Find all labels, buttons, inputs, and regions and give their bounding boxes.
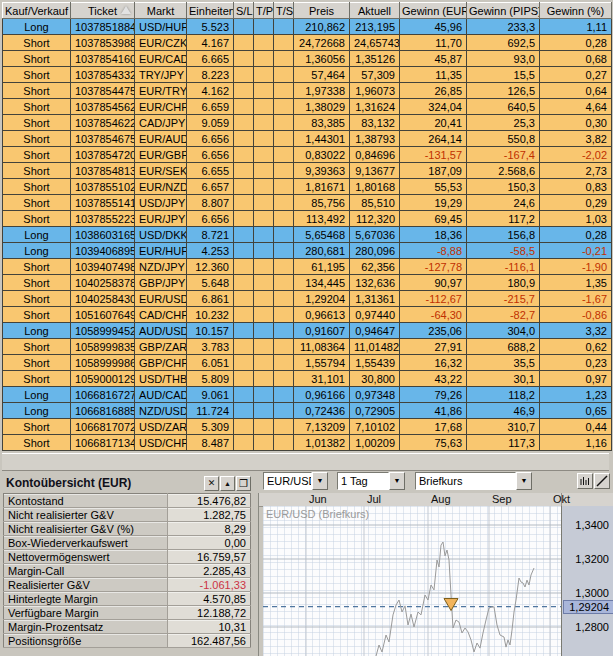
cell-market: EUR/CZK bbox=[135, 35, 187, 51]
cell-market: USD/ZAR bbox=[135, 419, 187, 435]
table-row[interactable]: Short1037855141USD/JPY8.80785,75685,5101… bbox=[3, 195, 612, 211]
table-row[interactable]: Short1066817134USD/CHF8.4871,013821,0020… bbox=[3, 435, 612, 451]
cell-price: 83,385 bbox=[294, 115, 350, 131]
col-header-ts[interactable]: T/S bbox=[274, 3, 294, 19]
cell-current: 0,97348 bbox=[350, 387, 400, 403]
table-row[interactable]: Short1037854475EUR/TRY4.1621,973381,9607… bbox=[3, 83, 612, 99]
cell-ts bbox=[274, 67, 294, 83]
table-row[interactable]: Long1037851884USD/HUF5.523210,862213,195… bbox=[3, 19, 612, 35]
cell-side: Short bbox=[3, 371, 71, 387]
cell-profit-pips: 692,5 bbox=[467, 35, 540, 51]
price-type-select[interactable]: Briefkurs bbox=[415, 472, 516, 490]
cell-profit-eur: 264,14 bbox=[400, 131, 467, 147]
table-row[interactable]: Short1058999986GBP/CHF6.0511,557941,5543… bbox=[3, 355, 612, 371]
col-header-gewinn-pips[interactable]: Gewinn (PIPS) bbox=[467, 3, 540, 19]
cell-ticket: 1040258378 bbox=[71, 275, 135, 291]
cell-profit-eur: 43,22 bbox=[400, 371, 467, 387]
table-row[interactable]: Short1051607649CAD/CHF10.2320,966130,974… bbox=[3, 307, 612, 323]
account-row-label: Nicht realisierter G&V bbox=[4, 508, 168, 522]
close-icon[interactable]: ✕ bbox=[204, 476, 219, 491]
table-row[interactable]: Short1037853988EUR/CZK4.16724,7266824,65… bbox=[3, 35, 612, 51]
chart-toolbar: EUR/USD ▼ 1 Tag ▼ Briefkurs ▼ bbox=[258, 472, 613, 493]
chevron-down-icon[interactable]: ▼ bbox=[389, 472, 405, 490]
cell-side: Long bbox=[3, 403, 71, 419]
table-row[interactable]: Long1058999452AUD/USD10.1570,916070,9464… bbox=[3, 323, 612, 339]
cell-tp bbox=[254, 355, 274, 371]
cell-units: 6.657 bbox=[187, 179, 234, 195]
table-row[interactable]: Short1058999835GBP/ZAR3.78311,0836411,01… bbox=[3, 339, 612, 355]
table-row[interactable]: Long1039406895EUR/HUF4.253280,681280,096… bbox=[3, 243, 612, 259]
col-header-einheiten[interactable]: Einheiten bbox=[187, 3, 234, 19]
cell-ts bbox=[274, 275, 294, 291]
table-row[interactable]: Short1037854332TRY/JPY8.22357,46457,3091… bbox=[3, 67, 612, 83]
table-row[interactable]: Short1037854562EUR/CHF6.6591,380291,3162… bbox=[3, 99, 612, 115]
cell-units: 6.656 bbox=[187, 131, 234, 147]
col-header-gewinn-pct[interactable]: Gewinn (%) bbox=[540, 3, 612, 19]
col-header-gewinn-eur[interactable]: Gewinn (EUR) bbox=[400, 3, 467, 19]
line-tool-icon[interactable] bbox=[594, 473, 610, 489]
bar-chart-icon[interactable] bbox=[577, 473, 593, 489]
cell-market: EUR/JPY bbox=[135, 211, 187, 227]
chart-plot[interactable]: EUR/USD (Briefkurs) bbox=[263, 506, 561, 656]
cell-profit-pips: 156,8 bbox=[467, 227, 540, 243]
account-row: Realisierter G&V-1.061,33 bbox=[4, 578, 251, 592]
cell-price: 113,492 bbox=[294, 211, 350, 227]
table-row[interactable]: Short1037854622CAD/JPY9.05983,38583,1322… bbox=[3, 115, 612, 131]
chevron-down-icon[interactable]: ▼ bbox=[312, 472, 328, 490]
cell-side: Short bbox=[3, 307, 71, 323]
cell-ticket: 1037853988 bbox=[71, 35, 135, 51]
table-row[interactable]: Short1037855223EUR/JPY6.656113,492112,32… bbox=[3, 211, 612, 227]
chevron-down-icon[interactable]: ▼ bbox=[516, 472, 532, 490]
timeframe-select[interactable]: 1 Tag bbox=[337, 472, 389, 490]
table-row[interactable]: Short1066817072USD/ZAR5.3097,132097,1010… bbox=[3, 419, 612, 435]
collapse-icon[interactable]: ▲ bbox=[220, 476, 235, 491]
table-row[interactable]: Long1066816885NZD/USD11.7240,724360,7290… bbox=[3, 403, 612, 419]
table-row[interactable]: Short1039407498NZD/JPY12.36061,19562,356… bbox=[3, 259, 612, 275]
cell-profit-pips: 93,0 bbox=[467, 51, 540, 67]
cell-current: 7,10102 bbox=[350, 419, 400, 435]
cell-profit-pips: -215,7 bbox=[467, 291, 540, 307]
instrument-select[interactable]: EUR/USD bbox=[263, 472, 312, 490]
price-line-chart bbox=[263, 506, 561, 656]
table-row[interactable]: Short1037854675EUR/AUD6.6561,443011,3879… bbox=[3, 131, 612, 147]
cell-sl bbox=[234, 163, 254, 179]
cell-sl bbox=[234, 355, 254, 371]
cell-side: Long bbox=[3, 323, 71, 339]
cell-units: 5.809 bbox=[187, 371, 234, 387]
col-header-kauf-verkauf[interactable]: Kauf/Verkauf bbox=[3, 3, 71, 19]
cell-profit-pct: -0,86 bbox=[540, 307, 612, 323]
col-header-ticket[interactable]: Ticket bbox=[71, 3, 135, 19]
cell-units: 4.167 bbox=[187, 35, 234, 51]
y-axis-tick: 1,3000 bbox=[575, 587, 609, 599]
cell-sl bbox=[234, 371, 254, 387]
cell-market: EUR/HUF bbox=[135, 243, 187, 259]
cell-side: Short bbox=[3, 419, 71, 435]
col-header-markt[interactable]: Markt bbox=[135, 3, 187, 19]
cell-tp bbox=[254, 131, 274, 147]
cell-ts bbox=[274, 99, 294, 115]
cell-market: EUR/USD bbox=[135, 291, 187, 307]
col-header-tp[interactable]: T/P bbox=[254, 3, 274, 19]
col-header-preis[interactable]: Preis bbox=[294, 3, 350, 19]
account-row-label: Hinterlegte Margin bbox=[4, 592, 168, 606]
table-row[interactable]: Short1037855102EUR/NZD6.6571,816711,8016… bbox=[3, 179, 612, 195]
cell-price: 1,97338 bbox=[294, 83, 350, 99]
popout-icon[interactable]: ❐ bbox=[236, 476, 251, 491]
cell-sl bbox=[234, 339, 254, 355]
table-row[interactable]: Short1037854813EUR/SEK6.6559,393639,1367… bbox=[3, 163, 612, 179]
cell-price: 1,01382 bbox=[294, 435, 350, 451]
cell-units: 6.656 bbox=[187, 147, 234, 163]
table-row[interactable]: Short1040258378GBP/JPY5.648134,445132,63… bbox=[3, 275, 612, 291]
table-row[interactable]: Short1037854720EUR/GBP6.6560,830220,8469… bbox=[3, 147, 612, 163]
table-row[interactable]: Long1066816727AUD/CAD9.0610,961660,97348… bbox=[3, 387, 612, 403]
col-header-aktuell[interactable]: Aktuell bbox=[350, 3, 400, 19]
table-row[interactable]: Short1037854160EUR/CAD6.6651,360561,3512… bbox=[3, 51, 612, 67]
table-row[interactable]: Short1059000129USD/THB5.80931,10130,8004… bbox=[3, 371, 612, 387]
table-row[interactable]: Long1038603165USD/DKK8.7215,654685,67036… bbox=[3, 227, 612, 243]
cell-sl bbox=[234, 259, 254, 275]
cell-profit-eur: 235,06 bbox=[400, 323, 467, 339]
table-row[interactable]: Short1040258430EUR/USD6.8611,292041,3136… bbox=[3, 291, 612, 307]
col-header-sl[interactable]: S/L bbox=[234, 3, 254, 19]
cell-profit-pct: 0,27 bbox=[540, 67, 612, 83]
cell-side: Short bbox=[3, 275, 71, 291]
